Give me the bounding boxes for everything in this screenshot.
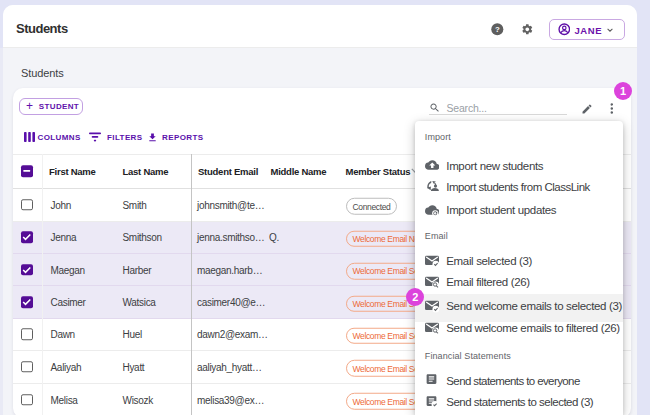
svg-text:?: ? [495,26,500,35]
